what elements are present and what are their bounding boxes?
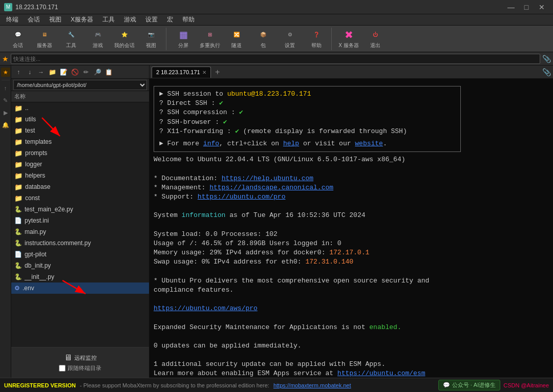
vert-up-icon[interactable]: ↑	[1, 83, 10, 93]
tab-attachment-icon[interactable]: 📎	[542, 68, 551, 76]
file-item-main[interactable]: 🐍 main.py	[11, 226, 149, 237]
sb-edit-button[interactable]: ✏	[81, 67, 91, 77]
file-item-env[interactable]: ⚙ .env	[11, 282, 149, 294]
toolbar-multi-label: 多重执行	[200, 42, 220, 49]
file-item-prompts[interactable]: 📁 prompts	[11, 147, 149, 159]
menu-view[interactable]: 视图	[45, 14, 66, 25]
sb-up-button[interactable]: ↑	[13, 67, 24, 77]
term-link-website[interactable]: website	[355, 140, 383, 147]
term-text: Welcome to Ubuntu 22.04.4 LTS (GNU/Linux…	[154, 156, 405, 163]
file-item-dotdot[interactable]: 📁 ..	[11, 102, 149, 114]
file-item-logger[interactable]: 📁 logger	[11, 159, 149, 170]
statusbar: UNREGISTERED VERSION - Please support Mo…	[0, 378, 553, 392]
toolbar-tools-button[interactable]: 🔧 工具	[58, 28, 84, 50]
file-item-test-main-e2e[interactable]: 🐍 test_main_e2e.py	[11, 204, 149, 215]
toolbar-myconv-button[interactable]: ⭐ 我的会话	[112, 28, 137, 50]
term-link-info[interactable]: info	[203, 140, 219, 147]
toolbar-exit-button[interactable]: ⏻ 退出	[363, 28, 388, 50]
vert-bell-icon[interactable]: 🔔	[1, 120, 10, 129]
sidebar: ↑ ↓ → 📁 📝 🚫 ✏ 🔎 📋 /home/ubuntu/gpt-pilot…	[11, 66, 150, 378]
attachment-icon: 📎	[542, 55, 551, 63]
menu-help[interactable]: 帮助	[178, 14, 199, 25]
file-item-const[interactable]: 📁 const	[11, 192, 149, 204]
vertical-sidebar: ★ ↑ ✎ ▶ 🔔	[0, 66, 11, 378]
minimize-button[interactable]: —	[504, 0, 518, 14]
term-val: 102	[265, 230, 277, 238]
file-item-helpers[interactable]: 📁 helpers	[11, 170, 149, 181]
toolbar-help-button[interactable]: ❓ 帮助	[304, 28, 329, 50]
file-item-pytest[interactable]: 📄 pytest.ini	[11, 215, 149, 226]
menu-macro[interactable]: 宏	[163, 14, 177, 25]
term-line-mem: Memory usage: 29% IPv4 address for docke…	[154, 248, 549, 257]
follow-dir-checkbox[interactable]	[59, 365, 66, 372]
sb-clipboard-button[interactable]: 📋	[103, 67, 114, 77]
tab-session-1[interactable]: 2 18.223.170.171 ✕	[152, 67, 211, 78]
file-item-instructions[interactable]: 🐍 instructions.comment.py	[11, 237, 149, 249]
toolbar-pkg-button[interactable]: 📦 包	[250, 28, 276, 50]
menu-tools[interactable]: 工具	[98, 14, 119, 25]
term-text: ? SSH-browser :	[159, 118, 223, 126]
toolbar-xserver-button[interactable]: ✖ X 服务器	[336, 28, 361, 50]
tab-close-icon[interactable]: ✕	[202, 70, 206, 75]
vert-edit-icon[interactable]: ✎	[1, 96, 10, 105]
toolbar-chat-button[interactable]: 💬 会话	[5, 28, 31, 50]
term-link-support[interactable]: https://ubuntu.com/pro	[198, 193, 286, 201]
tab-add-button[interactable]: +	[212, 67, 223, 78]
menu-terminal[interactable]: 终端	[2, 14, 23, 25]
titlebar: M 18.223.170.171 — □ ✕	[0, 0, 553, 14]
file-item-name: templates	[25, 138, 52, 145]
close-button[interactable]: ✕	[535, 0, 549, 14]
menu-games[interactable]: 游戏	[120, 14, 140, 25]
toolbar-tunnel-label: 隧道	[231, 42, 242, 49]
follow-dir-row: 跟随终端目录	[59, 364, 101, 372]
terminal-output[interactable]: ► SSH session to ubuntu@18.223.170.171 ?…	[150, 79, 553, 378]
toolbar-settings-button[interactable]: ⚙ 设置	[277, 28, 303, 50]
toolbar-multi-button[interactable]: ⊞ 多重执行	[197, 28, 223, 50]
file-item-init[interactable]: 🐍 __init__.py	[11, 271, 149, 282]
toolbar-split-button[interactable]: ▦ 分屏	[171, 28, 196, 50]
quickconnect-input[interactable]	[11, 54, 540, 64]
tab-label: 2 18.223.170.171	[156, 69, 200, 75]
file-item-gpt-pilot[interactable]: 📄 gpt-pilot	[11, 249, 149, 260]
split-icon: ▦	[177, 29, 190, 41]
term-link-help[interactable]: help	[283, 140, 299, 147]
term-link-aws[interactable]: https://ubuntu.com/aws/pro	[154, 304, 258, 312]
file-item-db-init[interactable]: 🐍 db_init.py	[11, 260, 149, 271]
vert-play-icon[interactable]: ▶	[1, 108, 10, 117]
status-message: - Please support MobaXterm by subscribin…	[80, 382, 269, 388]
menu-xserver[interactable]: X服务器	[67, 14, 97, 25]
toolbar-view-button[interactable]: 📷 视图	[138, 28, 164, 50]
monitor-button[interactable]: 🖥 远程监控	[64, 353, 97, 362]
file-item-templates[interactable]: 📁 templates	[11, 136, 149, 147]
sb-file-button[interactable]: 📝	[58, 67, 69, 77]
titlebar-controls[interactable]: — □ ✕	[504, 0, 549, 14]
vert-star-icon[interactable]: ★	[1, 68, 10, 77]
sb-right-button[interactable]: →	[36, 67, 46, 77]
mobatek-link[interactable]: https://mobaxterm.mobatek.net	[273, 382, 351, 388]
env-icon: ⚙	[14, 285, 20, 292]
toolbar-server-button[interactable]: 🖥 服务器	[32, 28, 57, 50]
sb-folder-button[interactable]: 📁	[47, 67, 57, 77]
term-link-esm[interactable]: https://ubuntu.com/esm	[337, 369, 426, 377]
menu-session[interactable]: 会话	[24, 14, 44, 25]
file-item-name: utils	[25, 116, 36, 123]
toolbar-tunnel-button[interactable]: 🔀 隧道	[224, 28, 249, 50]
menu-settings[interactable]: 设置	[141, 14, 162, 25]
term-link-mgmt[interactable]: https://landscape.canonical.com	[209, 184, 333, 191]
sb-search-button[interactable]: 🔎	[92, 67, 102, 77]
term-line-awspro: https://ubuntu.com/aws/pro	[154, 304, 549, 313]
file-item-database[interactable]: 📁 database	[11, 181, 149, 192]
term-line-ubuntupro1: * Ubuntu Pro delivers the most comprehen…	[154, 276, 549, 286]
sb-down-button[interactable]: ↓	[25, 67, 35, 77]
term-text: * Documentation:	[154, 175, 222, 182]
term-line-esm-link: Learn more about enabling ESM Apps servi…	[154, 369, 549, 378]
maximize-button[interactable]: □	[519, 0, 534, 14]
path-select[interactable]: /home/ubuntu/gpt-pilot/pilot/	[13, 80, 147, 90]
toolbar-game-button[interactable]: 🎮 游戏	[85, 28, 111, 50]
term-text: compliance features.	[154, 286, 233, 294]
file-item-test[interactable]: 📁 test	[11, 125, 149, 136]
term-text: ? SSH compression :	[159, 108, 239, 116]
sb-delete-button[interactable]: 🚫	[70, 67, 80, 77]
file-item-utils[interactable]: 📁 utils	[11, 114, 149, 125]
term-link-doc[interactable]: https://help.ubuntu.com	[222, 175, 313, 182]
